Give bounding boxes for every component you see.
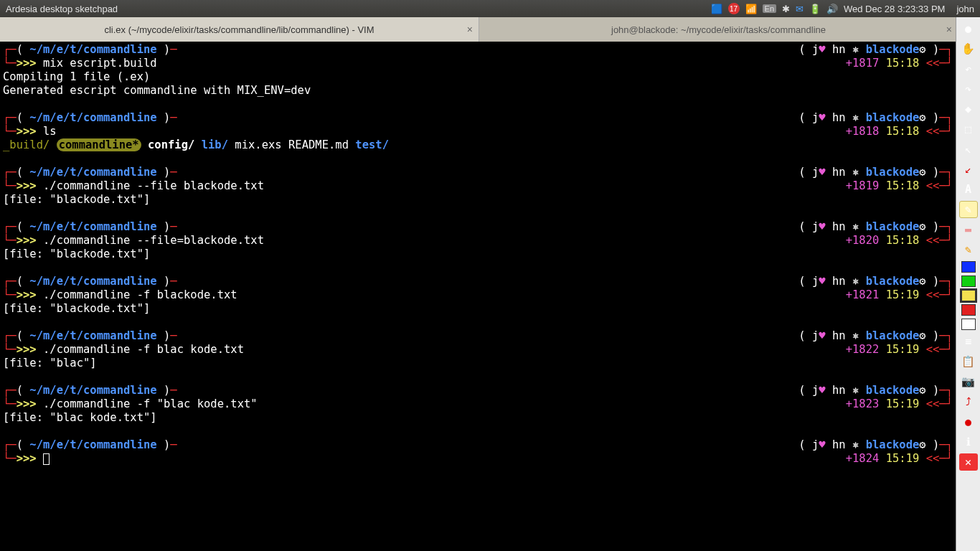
swatch-red[interactable] — [961, 304, 976, 316]
tool-pointer[interactable]: ↖ — [959, 141, 978, 158]
tool-info-icon[interactable]: ℹ — [959, 433, 978, 451]
tool-export-icon[interactable]: ⤴ — [959, 393, 978, 410]
system-menubar: Ardesia desktop sketchpad 🟦 17 📶 En ✱ ✉ … — [0, 0, 980, 17]
terminal-output[interactable]: ┌─( ~/m/e/t/commandline )─( j♥ hn ⎈ blac… — [0, 42, 956, 551]
close-icon[interactable]: × — [946, 24, 952, 35]
swatch-yellow[interactable] — [961, 290, 976, 301]
volume-icon[interactable]: 🔊 — [826, 4, 838, 14]
terminal-tabbar: cli.ex (~/mycode/elixir/tasks/commandlin… — [0, 17, 980, 42]
tool-quit-icon[interactable]: ✕ — [959, 453, 978, 471]
tool-thickness[interactable]: ≡ — [959, 333, 978, 350]
swatch-white[interactable] — [961, 319, 976, 330]
tool-clipboard-icon[interactable]: 📋 — [959, 353, 978, 370]
tool-dot[interactable]: ● — [959, 20, 978, 37]
tool-fill[interactable]: ◆ — [959, 100, 978, 118]
close-icon[interactable]: × — [467, 24, 473, 35]
tool-redo[interactable]: ↷ — [959, 80, 978, 98]
tool-undo[interactable]: ↶ — [959, 60, 978, 77]
swatch-blue[interactable] — [961, 261, 976, 273]
tab-vim[interactable]: cli.ex (~/mycode/elixir/tasks/commandlin… — [0, 17, 479, 42]
tool-pencil[interactable]: ✎ — [959, 201, 978, 218]
workspace-icon[interactable]: 🟦 — [711, 4, 722, 14]
tab-label: john@blackode: ~/mycode/elixir/tasks/com… — [611, 24, 826, 35]
tab-label: cli.ex (~/mycode/elixir/tasks/commandlin… — [104, 24, 374, 35]
keyboard-lang[interactable]: En — [763, 4, 776, 13]
clock[interactable]: Wed Dec 28 3:23:33 PM — [844, 4, 945, 14]
tool-eraser-icon[interactable]: ▬ — [959, 221, 978, 238]
swatch-green[interactable] — [961, 276, 976, 287]
user-menu[interactable]: john — [956, 4, 974, 14]
tool-record-icon[interactable]: ● — [959, 413, 978, 430]
wifi-icon[interactable]: 📶 — [745, 4, 757, 14]
tool-erase[interactable]: ⬚ — [959, 121, 978, 138]
tool-arrow[interactable]: ↙ — [959, 161, 978, 178]
bluetooth-icon[interactable]: ✱ — [782, 4, 790, 14]
battery-icon[interactable]: 🔋 — [809, 4, 821, 14]
ardesia-toolbar: ● ✋ ↶ ↷ ◆ ⬚ ↖ ↙ A ✎ ▬ ✎ ≡ 📋 📷 ⤴ ● ℹ ✕ — [956, 17, 980, 551]
tool-marker-icon[interactable]: ✎ — [959, 241, 978, 258]
tool-camera-icon[interactable]: 📷 — [959, 373, 978, 390]
notification-badge[interactable]: 17 — [728, 3, 740, 14]
tool-hand[interactable]: ✋ — [959, 40, 978, 57]
mail-icon[interactable]: ✉ — [796, 4, 804, 14]
tool-text[interactable]: A — [959, 181, 978, 198]
app-title: Ardesia desktop sketchpad — [6, 4, 118, 14]
tab-shell[interactable]: john@blackode: ~/mycode/elixir/tasks/com… — [479, 17, 958, 42]
